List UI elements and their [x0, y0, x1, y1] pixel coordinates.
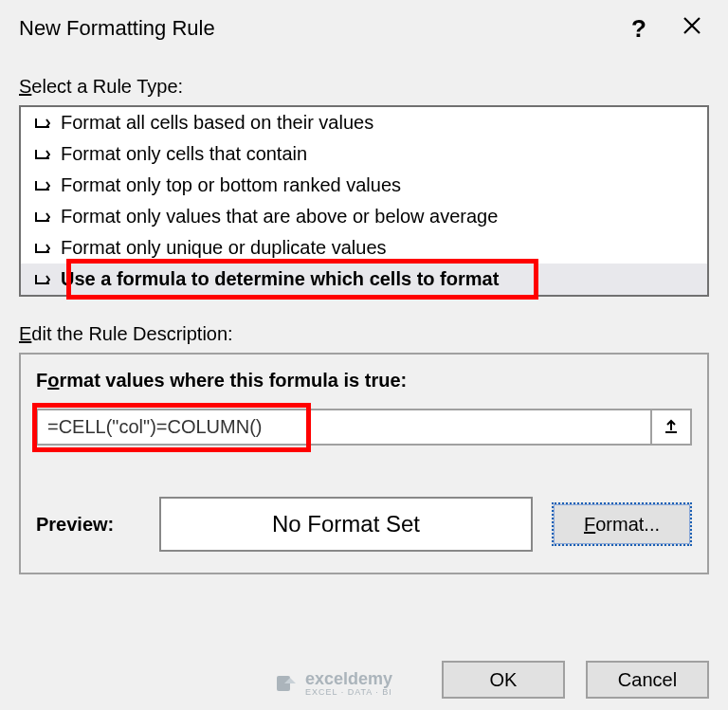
- rule-type-icon: [34, 180, 51, 191]
- rule-type-list[interactable]: Format all cells based on their values F…: [19, 105, 709, 297]
- rule-type-icon: [34, 274, 51, 285]
- watermark-text: exceldemy: [305, 669, 392, 688]
- watermark: exceldemy EXCEL · DATA · BI: [275, 669, 392, 697]
- rule-type-item-label: Format only cells that contain: [61, 143, 307, 165]
- close-icon: [682, 16, 701, 41]
- rule-type-icon: [34, 243, 51, 254]
- watermark-subtext: EXCEL · DATA · BI: [305, 687, 392, 697]
- edit-rule-description-label: Edit the Rule Description:: [19, 323, 709, 345]
- formula-label: Format values where this formula is true…: [36, 370, 692, 391]
- rule-type-item[interactable]: Format all cells based on their values: [21, 107, 707, 138]
- close-button[interactable]: [665, 9, 719, 47]
- collapse-reference-button[interactable]: [652, 409, 692, 446]
- rule-description-group: Format values where this formula is true…: [19, 353, 709, 574]
- rule-type-item-label: Format only values that are above or bel…: [61, 206, 498, 228]
- preview-row: Preview: No Format Set Format...: [36, 497, 692, 552]
- cancel-button[interactable]: Cancel: [586, 661, 709, 699]
- rule-type-item[interactable]: Format only values that are above or bel…: [21, 201, 707, 232]
- preview-box: No Format Set: [159, 497, 533, 552]
- rule-type-icon: [34, 118, 51, 129]
- new-formatting-rule-dialog: New Formatting Rule ? Select a Rule Type…: [0, 0, 728, 710]
- rule-type-icon: [34, 149, 51, 160]
- rule-type-item[interactable]: Format only unique or duplicate values: [21, 232, 707, 264]
- rule-type-item-label: Format all cells based on their values: [61, 112, 373, 134]
- formula-input[interactable]: [36, 409, 652, 446]
- select-rule-type-label: Select a Rule Type:: [19, 76, 709, 98]
- help-icon: ?: [631, 14, 646, 44]
- dialog-body: Select a Rule Type: Format all cells bas…: [0, 53, 728, 661]
- formula-row: [36, 409, 692, 446]
- preview-label: Preview:: [36, 514, 140, 536]
- ok-button[interactable]: OK: [442, 661, 565, 699]
- format-button[interactable]: Format...: [552, 502, 692, 546]
- rule-type-icon: [34, 211, 51, 223]
- titlebar: New Formatting Rule ?: [0, 0, 728, 53]
- svg-rect-0: [665, 431, 677, 433]
- rule-type-item-label: Format only top or bottom ranked values: [61, 174, 401, 196]
- rule-type-item[interactable]: Format only top or bottom ranked values: [21, 170, 707, 201]
- rule-type-item-label: Use a formula to determine which cells t…: [61, 268, 499, 290]
- rule-type-item-formula[interactable]: Use a formula to determine which cells t…: [21, 264, 707, 295]
- collapse-reference-icon: [663, 417, 680, 438]
- rule-type-item-label: Format only unique or duplicate values: [61, 237, 387, 259]
- help-button[interactable]: ?: [612, 9, 665, 47]
- dialog-title: New Formatting Rule: [19, 16, 612, 41]
- preview-text: No Format Set: [272, 511, 420, 537]
- watermark-icon: [275, 672, 298, 695]
- rule-type-item[interactable]: Format only cells that contain: [21, 138, 707, 170]
